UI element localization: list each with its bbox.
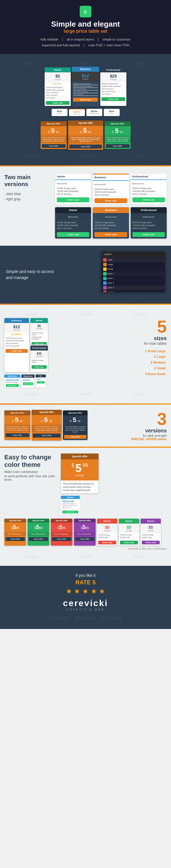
size-item-2: 2Large [129, 354, 167, 360]
color-theme-section: Easy to change color theme Make color co… [0, 448, 171, 566]
special-offer-2: Special offer $ 5 99 This is Photoshop's… [68, 120, 103, 150]
two-versions-tables: Starter $5/month 100GB storage space 100… [55, 174, 167, 239]
light-business-header: Business [93, 175, 129, 181]
professional-btn[interactable]: Order now [102, 97, 125, 101]
versions-number: 3 [125, 410, 167, 428]
sizes-section: envatoenvatoenvato Business $12 /month ★… [0, 305, 171, 403]
special-offer-row: Special offer $ 5 99 This is Photoshop's… [3, 118, 168, 152]
small-table-4: $5/m Start [104, 109, 120, 116]
two-versions-text: Two main versions - dark blue - light gr… [4, 174, 51, 239]
special-offer-price-1: $ 5 99 [40, 126, 67, 135]
light-starter: Starter $5/month 100GB storage space 100… [55, 174, 91, 204]
dark-professional: Professional $25/month 500GB storage spa… [131, 207, 167, 239]
dark-business: Business $12/month 250GB storage space 5… [93, 207, 129, 239]
size-small-1: Business $12/month 250GB storage Order n… [4, 374, 20, 388]
special-offer-desc-1: This is Photoshop's version of Lorem ips… [40, 135, 67, 143]
xl-small-tables: Starter $5/month 100GB storage space100G… [30, 318, 48, 372]
starter-features: 100GB storage space 100GB traffic bandwi… [45, 86, 71, 100]
size-item-5: 5Extra Small [129, 371, 167, 377]
large-tables-row: Starter $5 /month ★★★★☆ 100GB storage sp… [3, 67, 168, 106]
small-table-3: $25/m Professional [86, 109, 102, 116]
color-theme-text: Easy to change color theme Make color co… [4, 454, 57, 515]
dark-starter-header: Starter [55, 207, 91, 213]
footer-rate-text: if you like it [7, 573, 164, 578]
versions-desc: for dark and light [125, 434, 167, 437]
layer-item-2[interactable]: Large [102, 262, 165, 267]
special-offer-btn-2[interactable]: View Offer [69, 145, 102, 149]
footer-brand: cerevicki [7, 598, 164, 608]
layer-item-1[interactable]: Light [102, 257, 165, 262]
header-section: c Simple and elegant large price table s… [0, 0, 171, 54]
color-example-2: Special offer $599 This is Photoshop... … [28, 519, 49, 546]
two-versions-list: - dark blue - light gray [4, 192, 51, 201]
color-examples-grid: Special offer $599 This is Photoshop... … [4, 519, 167, 546]
special-offer-3: Special offer $ 5 99 This is Photoshop's… [105, 121, 131, 149]
dark-business-header: Business [93, 207, 129, 213]
sizes-label: 5 sizes for main tables 1Extra Large 2La… [129, 318, 167, 388]
light-professional-feat: 500GB storage space 1000GB traffic bandw… [131, 186, 167, 196]
dark-version-tables: Starter $5/month 100GB storage space 100… [55, 207, 167, 239]
small-table-1: $5/m Starter [52, 109, 67, 116]
main-title: Simple and elegant [51, 20, 120, 29]
xl-starter: Starter $5/month 100GB storage space100G… [30, 318, 48, 345]
xl-professional: Professional $25/month 500GB storage spa… [30, 346, 48, 372]
starter-btn[interactable]: Order now [46, 101, 69, 105]
layer-item-6[interactable]: pack 3 [102, 281, 165, 285]
professional-price: $25 /month [100, 72, 126, 82]
business-table: Business $12 /month 250GB storage space … [72, 67, 99, 106]
footer-section: if you like it RATE 5 ★ ★ ★ ★ ★ cerevick… [0, 566, 171, 629]
subtitle: large price table set [64, 29, 107, 34]
sizes-list: 1Extra Large 2Large 3Medium 4Small 5Extr… [129, 348, 167, 377]
light-version-tables: Starter $5/month 100GB storage space 100… [55, 174, 167, 204]
version-item-1: - dark blue [4, 192, 51, 196]
layers-text: Simple and easy to access and manage [6, 269, 58, 281]
special-offer-badge-3: Special offer [105, 121, 131, 126]
layer-item-3[interactable]: Small [102, 267, 165, 272]
dark-professional-header: Professional [131, 207, 167, 213]
layer-item-4[interactable]: pack 1 [102, 272, 165, 276]
starter-stars: ★★★★☆ [45, 82, 71, 86]
versions-word: versions [125, 428, 167, 434]
dark-business-feat: 250GB storage space 500GB traffic bandwi… [93, 220, 129, 231]
light-professional: Professional $25/month 500GB storage spa… [131, 174, 167, 204]
light-starter-btn[interactable]: Order now [57, 197, 89, 202]
starter-header: Starter [45, 67, 71, 72]
color-grid-section: Special offer $599 This is Photoshop... … [4, 519, 167, 550]
layers-panel: Layers Light Large Small pack 1 pack 2 p… [102, 251, 165, 292]
color-table-1: Starter $5/month 250GB storage sp... 500… [61, 496, 80, 514]
size-xl-row: Business $12 /month ★★★★★ 250GB storage … [4, 318, 125, 372]
dark-professional-btn[interactable]: Order now [133, 232, 165, 237]
special-offer-btn-3[interactable]: View Offer [106, 144, 130, 148]
color-offer-desc: This is Photoshop's version of Lorem ips… [61, 480, 98, 494]
special-offer-btn-1[interactable]: View Offer [42, 144, 65, 148]
layer-item-5[interactable]: pack 2 [102, 276, 165, 281]
version-item-2: - light gray [4, 197, 51, 201]
color-theme-subtitle: Make color combination [4, 470, 57, 473]
size-small-2: Business $12/m Order now [22, 374, 34, 388]
light-business-btn[interactable]: Order now [94, 198, 127, 203]
footer-watermark: envato envato envato [7, 614, 164, 622]
versions-offer: SPECIAL OFFER tables [125, 437, 167, 441]
versions-label: 3 versions for dark and light SPECIAL OF… [125, 410, 167, 441]
dark-business-price: $12/month [93, 213, 129, 220]
dark-starter-price: $5/month [55, 213, 91, 220]
versions-offer-cards: Special offer $ 5 99 This is Photoshop's… [4, 410, 120, 440]
special-offer-badge-2: Special offer [68, 120, 103, 126]
special-offer-desc-2: This is Photoshop's version of Lorem ips… [68, 135, 103, 143]
light-starter-feat: 100GB storage space 100GB traffic bandwi… [55, 186, 91, 196]
size-item-3: 3Medium [129, 360, 167, 366]
dark-business-btn[interactable]: Order now [94, 232, 127, 237]
layer-item-8[interactable]: pack 5 [102, 290, 165, 292]
business-btn[interactable]: Order now [73, 97, 98, 101]
light-professional-btn[interactable]: Order now [133, 197, 165, 202]
size-item-4: 4Small [129, 366, 167, 371]
versions-section: Special offer $ 5 99 This is Photoshop's… [0, 405, 171, 446]
light-professional-header: Professional [131, 174, 167, 180]
special-offer-price-2: $ 5 99 [68, 126, 103, 135]
dark-professional-price: $25/month [131, 213, 167, 220]
dark-starter-btn[interactable]: Order now [57, 232, 89, 237]
layer-item-7[interactable]: pack 4 [102, 285, 165, 290]
sizes-desc: for main tables [129, 342, 167, 346]
version-offer-3: Special offer $ 5 99 This is Photoshop's… [63, 410, 88, 440]
special-offer-desc-3: This is Photoshop's version of Lorem ips… [105, 135, 131, 143]
